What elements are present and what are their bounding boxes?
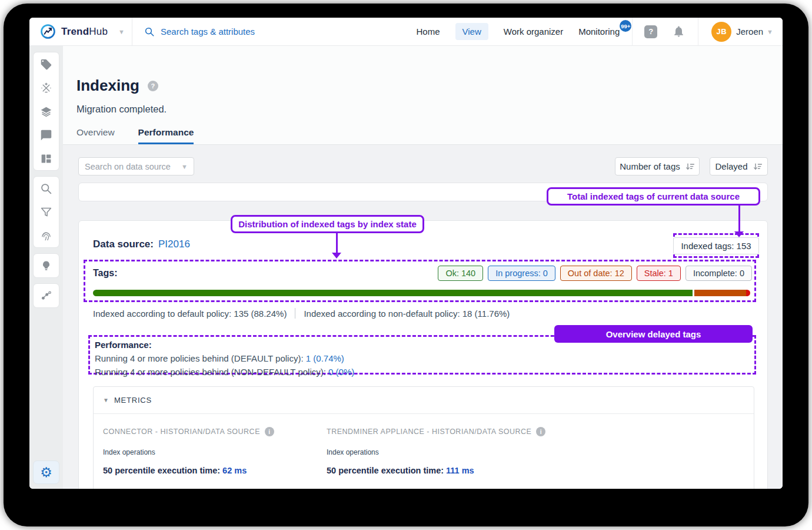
bar-segment-stale	[746, 290, 750, 296]
screenshot-canvas: TrendHub ▼ Home View Work organizer Moni…	[0, 0, 812, 530]
tag-state-badges: Ok: 140 In progress: 0 Out of date: 12 S…	[438, 266, 752, 281]
navbar-right: Home View Work organizer Monitoring99+ ?…	[408, 18, 783, 46]
left-sidebar: ⚙	[29, 46, 63, 489]
sort-delayed-button[interactable]: Delayed	[710, 157, 768, 175]
annotation-distribution: Distribution of indexed tags by index st…	[231, 215, 424, 233]
sidebar-item-tags[interactable]	[34, 52, 59, 76]
page-subtitle: Migration completed.	[76, 104, 167, 115]
indexed-tags-highlight: Indexed tags: 153	[673, 233, 759, 258]
datasource-dropdown-placeholder: Search on data source	[85, 162, 171, 171]
filter-funnel-icon	[40, 206, 52, 218]
app-title: TrendHub	[61, 26, 113, 38]
metrics-col-appliance: TRENDMINER APPLIANCE - HISTORIAN/DATA SO…	[327, 427, 744, 475]
sort-icon	[753, 163, 763, 171]
nav-item-home[interactable]: Home	[416, 26, 440, 37]
lightbulb-icon	[40, 260, 52, 272]
policy-default-text: Indexed according to default policy: 135…	[93, 309, 287, 319]
sidebar-group-context	[33, 283, 59, 308]
bar-segment-out-of-date	[694, 290, 746, 296]
annotation-arrow-down	[332, 233, 341, 258]
performance-value: 1 (0.74%)	[306, 353, 344, 363]
tags-state-highlight: Tags: Ok: 140 In progress: 0 Out of date…	[84, 260, 756, 302]
monitoring-count-badge: 99+	[620, 20, 631, 32]
search-icon	[144, 26, 155, 37]
sidebar-item-dashboard[interactable]	[34, 147, 59, 170]
annotation-overview-delayed: Overview delayed tags	[554, 325, 753, 343]
page-title: Indexing ?	[76, 77, 158, 95]
sidebar-item-comments[interactable]	[34, 123, 59, 147]
metrics-title: METRICS	[114, 396, 152, 405]
info-icon[interactable]: i	[536, 427, 545, 436]
sort-button-label: Number of tags	[620, 161, 680, 171]
metrics-section-label: Index operations	[327, 448, 744, 456]
logo-area[interactable]: TrendHub ▼	[29, 18, 132, 46]
datasource-row: Data source:PI2016	[93, 238, 190, 250]
comment-icon	[40, 129, 52, 141]
policy-non-default-text: Indexed according to non-default policy:…	[304, 309, 510, 319]
divider	[632, 18, 633, 46]
sort-icon	[685, 163, 695, 171]
notifications-bell-icon[interactable]	[673, 25, 685, 38]
sort-number-of-tags-button[interactable]: Number of tags	[615, 157, 700, 175]
sidebar-item-context[interactable]	[34, 284, 59, 307]
datasource-name-link[interactable]: PI2016	[158, 238, 190, 250]
badge-incomplete: Incomplete: 0	[685, 266, 752, 281]
layers-icon	[40, 105, 52, 118]
metrics-panel: ▼ METRICS CONNECTOR - HISTORIAN/DATA SOU…	[93, 386, 754, 489]
datasource-label: Data source:	[93, 238, 154, 250]
badge-out-of-date: Out of date: 12	[560, 266, 632, 281]
metrics-col-title: TRENDMINER APPLIANCE - HISTORIAN/DATA SO…	[327, 428, 531, 436]
metrics-section-label: Index operations	[103, 448, 327, 456]
sidebar-group-recommendations	[33, 253, 59, 278]
sidebar-item-settings[interactable]: ⚙	[33, 461, 59, 484]
sidebar-item-formulas[interactable]	[34, 76, 59, 100]
search-input[interactable]	[161, 26, 349, 37]
indexed-tags-count: Indexed tags: 153	[673, 237, 758, 254]
sidebar-item-filter[interactable]	[34, 200, 59, 224]
title-help-icon[interactable]: ?	[148, 81, 158, 91]
chevron-down-icon[interactable]: ▼	[118, 28, 125, 35]
nav-item-work-organizer[interactable]: Work organizer	[504, 26, 563, 37]
sidebar-item-recommendations[interactable]	[34, 254, 59, 277]
metric-value: 111 ms	[446, 466, 474, 475]
sidebar-item-fingerprint[interactable]	[34, 224, 59, 247]
chevron-down-icon: ▼	[181, 163, 188, 170]
dashboard-icon	[40, 153, 52, 165]
sidebar-item-search[interactable]	[34, 177, 59, 200]
info-icon[interactable]: i	[265, 427, 274, 436]
datasource-card: Data source:PI2016 Indexed tags: 153 Dis…	[78, 220, 768, 489]
sidebar-group-search	[33, 176, 59, 248]
sort-button-label: Delayed	[715, 161, 747, 171]
gear-icon: ⚙	[40, 465, 52, 481]
datasource-search-dropdown[interactable]: Search on data source ▼	[78, 157, 194, 175]
tab-performance[interactable]: Performance	[138, 127, 194, 144]
annotation-total-indexed: Total indexed tags of current data sourc…	[547, 187, 760, 206]
user-name[interactable]: Jeroen	[736, 26, 763, 37]
performance-value: 0 (0%)	[328, 367, 354, 377]
help-icon[interactable]: ?	[644, 25, 657, 38]
divider	[295, 308, 295, 319]
user-menu-chevron-icon[interactable]: ▼	[767, 28, 773, 35]
badge-ok: Ok: 140	[438, 266, 483, 281]
app-window: TrendHub ▼ Home View Work organizer Moni…	[29, 18, 783, 489]
search-icon	[40, 183, 52, 195]
badge-stale: Stale: 1	[637, 266, 681, 281]
formula-icon	[40, 82, 52, 94]
metrics-body: CONNECTOR - HISTORIAN/DATA SOURCE i Inde…	[94, 414, 754, 475]
annotation-arrow-down	[734, 206, 744, 237]
tag-icon	[40, 58, 52, 71]
top-navbar: TrendHub ▼ Home View Work organizer Moni…	[29, 18, 783, 46]
policy-summary-row: Indexed according to default policy: 135…	[93, 308, 510, 319]
tab-bar: Overview Performance	[76, 127, 194, 144]
sidebar-item-layers[interactable]	[34, 100, 59, 123]
index-state-bar	[93, 290, 750, 296]
performance-row-non-default: Running 4 or more policies behind (NON-D…	[95, 365, 754, 379]
tags-label: Tags:	[93, 268, 117, 279]
nav-item-monitoring[interactable]: Monitoring99+	[578, 26, 620, 37]
metrics-header[interactable]: ▼ METRICS	[94, 387, 754, 414]
badge-in-progress: In progress: 0	[488, 266, 555, 281]
user-avatar[interactable]: JB	[711, 22, 731, 42]
tab-overview[interactable]: Overview	[76, 127, 115, 144]
performance-tab-content: Search on data source ▼ Number of tags D…	[63, 145, 783, 489]
nav-item-view[interactable]: View	[455, 23, 488, 40]
